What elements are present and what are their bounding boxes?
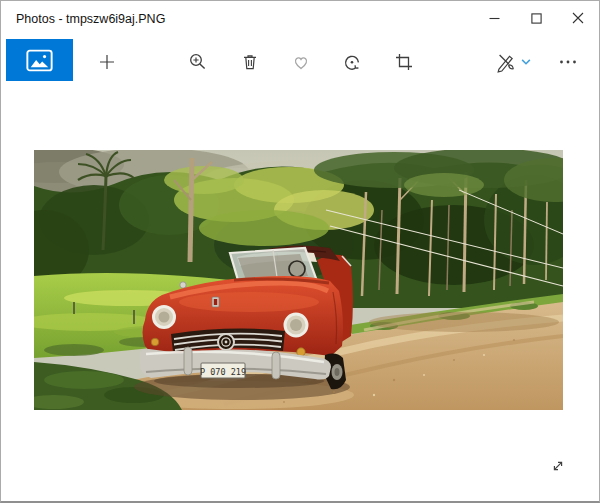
delete-icon [240,52,260,72]
photo-image: P 070 219 [34,150,563,410]
add-button[interactable] [87,42,127,82]
license-plate: P 070 219 [200,363,246,378]
edit-create-icon [495,51,517,73]
license-plate-text: P 070 219 [200,367,246,377]
see-all-photos-button[interactable] [6,39,73,81]
maximize-button[interactable] [515,1,557,35]
crop-icon [394,52,414,72]
edit-create-button[interactable] [487,42,541,82]
photos-icon [26,49,53,72]
heart-icon [291,52,311,72]
window-title: Photos - tmpszw6i9aj.PNG [16,12,165,26]
see-more-button[interactable] [548,42,588,82]
crop-button[interactable] [384,42,424,82]
add-icon [97,52,117,72]
photos-window: Photos - tmpszw6i9aj.PNG [0,0,600,503]
delete-button[interactable] [230,42,270,82]
rotate-icon [342,52,362,72]
close-button[interactable] [557,1,599,35]
fullscreen-icon [549,457,567,475]
window-controls [473,1,599,35]
close-icon [572,12,584,24]
zoom-in-button[interactable] [178,42,218,82]
zoom-in-icon [188,52,208,72]
maximize-icon [531,13,542,24]
titlebar[interactable]: Photos - tmpszw6i9aj.PNG [1,1,599,39]
fullscreen-button[interactable] [544,452,572,480]
photo-viewer-image: P 070 219 [34,150,563,410]
ellipsis-icon [558,52,578,72]
minimize-button[interactable] [473,1,515,35]
chevron-down-icon [519,55,533,69]
minimize-icon [489,13,500,24]
rotate-button[interactable] [332,42,372,82]
favorite-button[interactable] [281,42,321,82]
